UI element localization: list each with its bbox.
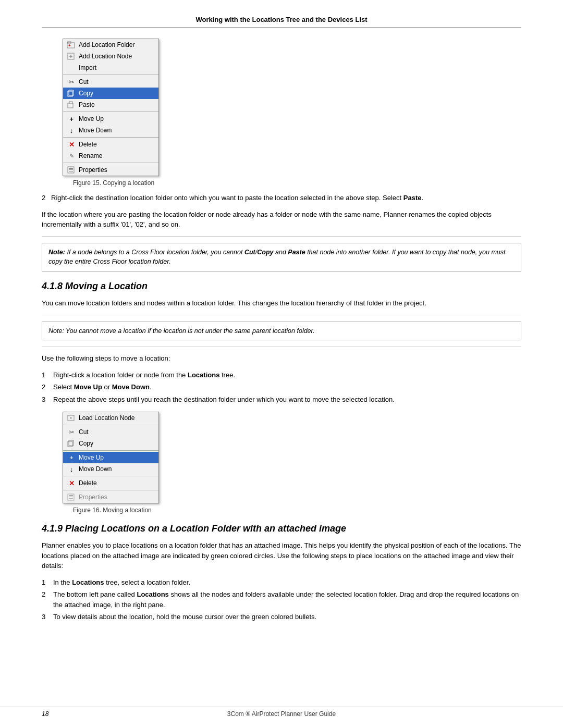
menu-label-cut-16: Cut (79, 428, 153, 436)
step-content-1: Right-click a location folder or node fr… (53, 370, 521, 380)
cannot-move-note-box: Note: You cannot move a location if the … (42, 322, 521, 341)
menu-item-load-location-node[interactable]: Load Location Node (63, 412, 158, 424)
step-number-1: 1 (42, 370, 53, 380)
section-418-heading: 4.1.8 Moving a Location (42, 281, 521, 292)
menu-label-move-down-16: Move Down (79, 465, 153, 473)
menu-item-paste[interactable]: Paste (63, 99, 158, 110)
step-content-419-3: To view details about the location, hold… (53, 612, 521, 622)
copy-icon-16 (66, 439, 77, 448)
folder-add-icon: + (66, 41, 77, 49)
moveup-icon: + (66, 115, 77, 123)
cross-floor-note-text: Note: If a node belongs to a Cross Floor… (48, 249, 505, 266)
menu-item-add-location-node[interactable]: Add Location Node (63, 51, 158, 62)
menu-label-add-location-folder: Add Location Folder (79, 41, 153, 48)
step-419-1: 1 In the Locations tree, select a locati… (42, 577, 521, 588)
menu-item-delete[interactable]: ✕ Delete (63, 139, 158, 150)
step-number-2: 2 (42, 382, 53, 392)
menu-item-import[interactable]: Import (63, 62, 158, 73)
cross-floor-note-box: Note: If a node belongs to a Cross Floor… (42, 243, 521, 272)
section-419-intro: Planner enables you to place locations o… (42, 540, 521, 571)
separator-4 (63, 163, 158, 163)
separator-3 (63, 137, 158, 138)
step2-number: 2 (42, 194, 45, 202)
step-content-419-2: The bottom left pane called Locations sh… (53, 589, 521, 610)
menu-label-move-up: Move Up (79, 115, 153, 122)
page-header-title: Working with the Locations Tree and the … (195, 16, 367, 23)
page: Working with the Locations Tree and the … (0, 0, 563, 728)
rule-1 (42, 236, 521, 237)
figure-16-caption: Figure 16. Moving a location (73, 507, 521, 514)
step-419-3: 3 To view details about the location, ho… (42, 612, 521, 622)
menu-item-cut-16[interactable]: ✂ Cut (63, 426, 158, 438)
page-footer: 3Com ® AirProtect Planner User Guide (0, 707, 563, 718)
menu-label-copy: Copy (79, 90, 153, 97)
menu-label-paste: Paste (79, 101, 153, 108)
menu-item-move-down-16[interactable]: ↓ Move Down (63, 463, 158, 475)
svg-text:+: + (68, 43, 71, 48)
node-add-icon (66, 52, 77, 60)
steps-list-418: 1 Right-click a location folder or node … (42, 370, 521, 405)
menu-label-add-location-node: Add Location Node (79, 53, 153, 60)
menu-label-properties: Properties (79, 166, 153, 174)
menu-item-move-up[interactable]: + Move Up (63, 113, 158, 125)
menu-item-move-down[interactable]: ↓ Move Down (63, 125, 158, 136)
svg-rect-22 (69, 498, 73, 499)
step-content-419-1: In the Locations tree, select a location… (53, 577, 521, 588)
paste-icon (66, 101, 77, 109)
menu-label-load-location-node: Load Location Node (79, 414, 153, 422)
rename-icon: ✎ (66, 152, 77, 160)
cannot-move-note-text: Note: You cannot move a location if the … (48, 327, 315, 335)
menu-label-copy-16: Copy (79, 440, 153, 447)
step-number-419-1: 1 (42, 577, 53, 588)
menu-label-import: Import (79, 64, 153, 71)
separator-16-3 (63, 476, 158, 476)
separator-16-4 (63, 490, 158, 490)
moveup-icon-16: + (66, 453, 77, 462)
step-418-1: 1 Right-click a location folder or node … (42, 370, 521, 380)
menu-label-delete-16: Delete (79, 479, 153, 487)
paste-note: If the location where you are pasting th… (42, 209, 521, 230)
menu-label-move-up-16: Move Up (79, 454, 153, 461)
step-content-3: Repeat the above steps until you reach t… (53, 394, 521, 405)
section-418-intro: You can move location folders and nodes … (42, 298, 521, 309)
menu-label-delete: Delete (79, 141, 153, 148)
steps-intro-418: Use the following steps to move a locati… (42, 353, 521, 364)
delete-icon-16: ✕ (66, 479, 77, 487)
figure-16-container: Load Location Node ✂ Cut Copy (63, 412, 521, 503)
separator-2 (63, 112, 158, 112)
menu-item-copy-16[interactable]: Copy (63, 438, 158, 449)
step2-paragraph: 2 Right-click the destination location f… (42, 193, 521, 203)
copy-icon (66, 89, 77, 97)
rule-3 (42, 347, 521, 347)
figure-15-container: + Add Location Folder Add Location Node (63, 39, 521, 176)
cut-icon: ✂ (66, 78, 77, 86)
menu-item-add-location-folder[interactable]: + Add Location Folder (63, 39, 158, 51)
step-418-2: 2 Select Move Up or Move Down. (42, 382, 521, 392)
footer-credit: 3Com ® AirProtect Planner User Guide (227, 710, 336, 718)
menu-item-rename[interactable]: ✎ Rename (63, 150, 158, 162)
movedown-icon: ↓ (66, 126, 77, 134)
import-icon (66, 64, 77, 72)
cut-icon-16: ✂ (66, 428, 77, 436)
step2-text: Right-click the destination location fol… (51, 194, 401, 202)
step-number-3: 3 (42, 394, 53, 405)
menu-label-cut: Cut (79, 78, 153, 85)
properties-icon-16 (66, 493, 77, 501)
svg-rect-12 (69, 169, 73, 170)
menu-label-move-down: Move Down (79, 127, 153, 134)
menu-item-move-up-16[interactable]: + Move Up (63, 452, 158, 463)
steps-list-419: 1 In the Locations tree, select a locati… (42, 577, 521, 622)
menu-item-copy[interactable]: Copy (63, 88, 158, 99)
figure-15-caption: Figure 15. Copying a location (73, 179, 521, 187)
step2-bold: Paste (403, 194, 422, 202)
movedown-icon-16: ↓ (66, 465, 77, 473)
rule-2 (42, 315, 521, 315)
menu-item-delete-16[interactable]: ✕ Delete (63, 477, 158, 489)
menu-item-cut[interactable]: ✂ Cut (63, 76, 158, 88)
properties-icon (66, 166, 77, 174)
menu-item-properties-16[interactable]: Properties (63, 491, 158, 503)
menu-label-properties-16: Properties (79, 493, 153, 501)
menu-item-properties[interactable]: Properties (63, 164, 158, 176)
step-content-2: Select Move Up or Move Down. (53, 382, 521, 392)
svg-rect-9 (69, 102, 72, 104)
